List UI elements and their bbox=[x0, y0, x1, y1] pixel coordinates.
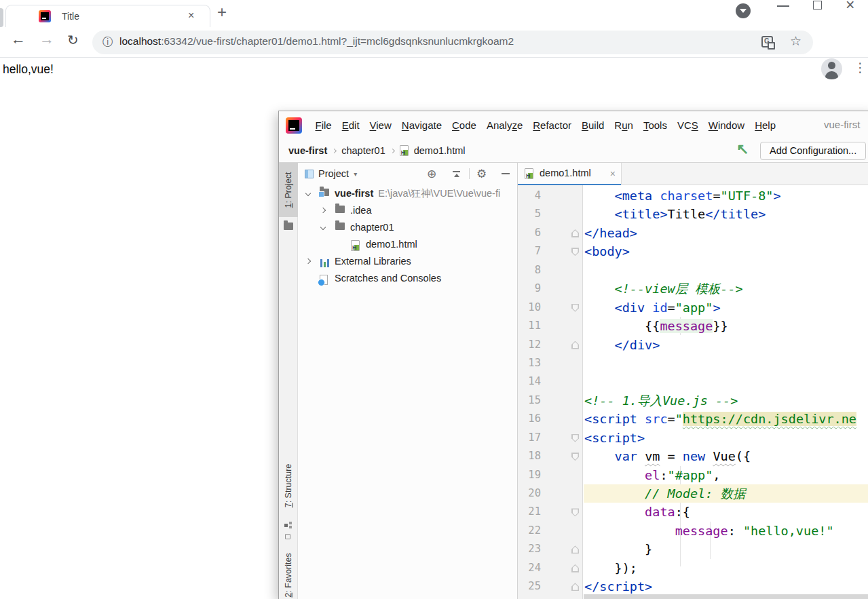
fold-marker-down-icon[interactable] bbox=[571, 434, 579, 442]
project-tree-item-.idea[interactable]: .idea bbox=[298, 202, 517, 219]
menu-item-file[interactable]: File bbox=[310, 117, 337, 134]
project-tree-item-external-libraries[interactable]: External Libraries bbox=[298, 253, 517, 270]
editor-tab-close-icon[interactable]: × bbox=[610, 168, 616, 179]
tree-chevron-right-icon[interactable] bbox=[320, 208, 326, 213]
code-line-13: 13 bbox=[518, 354, 868, 372]
menu-item-refactor[interactable]: Refactor bbox=[528, 117, 577, 134]
fold-marker-down-icon[interactable] bbox=[571, 508, 579, 516]
menu-item-run[interactable]: Run bbox=[609, 117, 639, 134]
fold-marker-up-icon[interactable] bbox=[571, 564, 579, 573]
tool-button-project[interactable]: 1: Project bbox=[279, 163, 298, 217]
window-minimize-button[interactable] bbox=[777, 5, 789, 7]
menu-item-tools[interactable]: Tools bbox=[638, 117, 672, 134]
fold-marker-up-icon[interactable] bbox=[571, 229, 579, 237]
scratches-icon bbox=[320, 275, 328, 285]
line-number: 5 bbox=[518, 205, 541, 223]
line-number: 21 bbox=[518, 503, 541, 521]
site-info-icon[interactable]: ⓘ bbox=[102, 35, 113, 50]
fold-marker-up-icon[interactable] bbox=[571, 545, 579, 554]
code-text: message: "hello,vue!" bbox=[584, 522, 834, 540]
fold-marker-up-icon[interactable] bbox=[571, 583, 579, 591]
line-number: 23 bbox=[518, 540, 541, 558]
breadcrumb-item-vue-first[interactable]: vue-first bbox=[288, 145, 327, 156]
menu-item-build[interactable]: Build bbox=[576, 117, 609, 134]
intellij-window: FileEditViewNavigateCodeAnalyzeRefactorB… bbox=[278, 111, 868, 599]
tree-chevron-down-icon[interactable] bbox=[305, 191, 311, 196]
project-tree-item-chapter01[interactable]: chapter01 bbox=[298, 219, 517, 236]
project-panel-header: Project ▾ ⊕ ⚙ bbox=[298, 163, 517, 185]
menu-item-code[interactable]: Code bbox=[447, 117, 482, 134]
browser-tab-strip: Title × + × bbox=[0, 0, 868, 27]
code-text: <!--view层 模板--> bbox=[584, 279, 743, 298]
code-line-20: 20 // Model: 数据 bbox=[518, 484, 868, 503]
address-bar[interactable]: ⓘ localhost:63342/vue-first/chapter01/de… bbox=[92, 31, 813, 54]
fold-marker-up-icon[interactable] bbox=[571, 341, 579, 349]
profile-avatar[interactable] bbox=[821, 58, 842, 79]
hide-panel-icon[interactable] bbox=[502, 163, 510, 185]
browser-tab[interactable]: Title × bbox=[5, 5, 210, 27]
menu-item-vcs[interactable]: VCS bbox=[672, 117, 703, 134]
settings-gear-icon[interactable]: ⚙ bbox=[476, 163, 487, 185]
tree-item-label: vue-firstE:\java\狂神\VUE\Vue\vue-fi bbox=[335, 185, 500, 202]
project-tool-window-icon bbox=[305, 170, 314, 178]
reload-icon[interactable]: ↻ bbox=[67, 32, 79, 48]
menu-item-help[interactable]: Help bbox=[750, 117, 781, 134]
editor-tab-demo1[interactable]: demo1.html × bbox=[518, 163, 622, 185]
project-tree-item-scratches-and-consoles[interactable]: Scratches and Consoles bbox=[298, 270, 517, 287]
menu-item-navigate[interactable]: Navigate bbox=[396, 117, 447, 134]
project-tree-item-vue-first[interactable]: vue-firstE:\java\狂神\VUE\Vue\vue-fi bbox=[298, 185, 517, 202]
menu-item-analyze[interactable]: Analyze bbox=[481, 117, 527, 134]
project-tree-item-demo1.html[interactable]: demo1.html bbox=[298, 236, 517, 253]
ide-body: 1: Project 7: Structure 2: Favorites Pro… bbox=[279, 163, 868, 599]
browser-menu-icon[interactable]: ⋮ bbox=[854, 60, 867, 75]
tree-item-label: chapter01 bbox=[350, 219, 394, 236]
window-close-button[interactable]: × bbox=[846, 0, 854, 14]
project-panel-title[interactable]: Project bbox=[318, 168, 349, 179]
bookmark-star-icon[interactable]: ☆ bbox=[790, 33, 801, 49]
folder-icon bbox=[335, 206, 345, 213]
code-editor[interactable]: 4 <meta charset="UTF-8">5 <title>Title</… bbox=[518, 185, 868, 599]
html-file-icon bbox=[525, 168, 533, 179]
breadcrumb-separator-icon bbox=[332, 148, 337, 153]
url-host: localhost bbox=[119, 35, 161, 47]
page-content-text: hello,vue! bbox=[3, 62, 54, 77]
chevron-down-icon[interactable]: ▾ bbox=[354, 170, 357, 178]
rollback-arrow-icon[interactable]: ↖ bbox=[736, 140, 749, 158]
project-tree: vue-firstE:\java\狂神\VUE\Vue\vue-fi.ideac… bbox=[298, 185, 517, 287]
line-number: 4 bbox=[518, 187, 541, 205]
menu-item-view[interactable]: View bbox=[364, 117, 396, 134]
translate-icon[interactable] bbox=[761, 36, 773, 47]
tool-button-structure[interactable]: 7: Structure bbox=[279, 454, 298, 518]
code-line-22: 22 message: "hello,vue!" bbox=[518, 522, 868, 540]
collapse-all-icon[interactable] bbox=[452, 163, 461, 185]
fold-marker-down-icon[interactable] bbox=[571, 248, 579, 256]
fold-marker-down-icon[interactable] bbox=[571, 304, 579, 312]
line-number: 6 bbox=[518, 224, 541, 242]
back-icon[interactable]: ← bbox=[11, 31, 26, 48]
code-line-18: 18 var vm = new Vue({ bbox=[518, 447, 868, 465]
line-number: 13 bbox=[518, 354, 541, 372]
code-text: data:{ bbox=[584, 503, 690, 521]
menu-item-window[interactable]: Window bbox=[703, 117, 749, 134]
new-tab-button[interactable]: + bbox=[217, 3, 227, 22]
menu-item-edit[interactable]: Edit bbox=[337, 117, 364, 134]
forward-icon[interactable]: → bbox=[39, 31, 54, 48]
browser-update-icon[interactable] bbox=[736, 3, 751, 18]
add-configuration-button[interactable]: Add Configuration... bbox=[760, 142, 866, 160]
code-line-8: 8 bbox=[518, 261, 868, 279]
breadcrumb-item-chapter01[interactable]: chapter01 bbox=[341, 145, 385, 156]
tree-chevron-right-icon[interactable] bbox=[305, 258, 311, 264]
tab-close-icon[interactable]: × bbox=[188, 9, 194, 22]
tree-chevron-down-icon[interactable] bbox=[320, 225, 326, 230]
breadcrumb: vue-firstchapter01demo1.html bbox=[288, 139, 465, 162]
window-maximize-button[interactable] bbox=[813, 1, 822, 9]
horizontal-scrollbar[interactable] bbox=[584, 594, 868, 599]
fold-marker-down-icon[interactable] bbox=[571, 452, 579, 461]
tool-button-favorites[interactable]: 2: Favorites bbox=[279, 543, 298, 599]
locate-file-icon[interactable]: ⊕ bbox=[427, 163, 436, 185]
intellij-logo-icon bbox=[286, 117, 302, 134]
breadcrumb-item-demo1.html[interactable]: demo1.html bbox=[414, 145, 466, 156]
code-line-14: 14 bbox=[518, 372, 868, 391]
breadcrumb-separator-icon bbox=[390, 148, 395, 153]
code-line-16: 16<script src="https://cdn.jsdelivr.ne bbox=[518, 410, 868, 428]
